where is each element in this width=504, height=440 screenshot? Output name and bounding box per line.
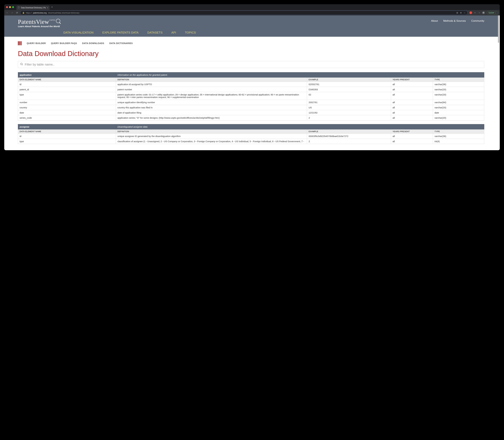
- dictionary-table: applicationInformation on the applicatio…: [18, 72, 484, 121]
- dictionary-sections: applicationInformation on the applicatio…: [18, 72, 484, 144]
- subnav-bars-icon: [18, 41, 22, 45]
- maximize-window-button[interactable]: [12, 6, 14, 8]
- cell-name: id: [18, 82, 116, 87]
- page-title: Data Download Dictionary: [18, 49, 484, 58]
- col-header-years: YEARS PRESENT: [391, 129, 433, 134]
- new-tab-button[interactable]: +: [51, 6, 53, 9]
- cell-definition: country this application was filed in: [116, 105, 307, 110]
- cell-example: 00003f5c5d92354570b9bae01b3e7272: [307, 134, 391, 139]
- top-nav: About Methods & Sources Community: [431, 18, 484, 22]
- cell-type: varchar(36): [433, 134, 484, 139]
- minimize-window-button[interactable]: [9, 6, 11, 8]
- table-row: idapplication id assigned by USPTO02/002…: [18, 82, 484, 87]
- scrollbar-thumb[interactable]: [498, 15, 499, 43]
- sub-nav: QUERY BUILDER QUERY BUILDER FAQS DATA DO…: [18, 41, 484, 45]
- url-path: /download/data-download-dictionary: [48, 12, 79, 14]
- tab-title: Data Download Dictionary | Pa: [21, 7, 46, 9]
- cell-type: varchar(20): [433, 105, 484, 110]
- page-viewport: PatentsView USPTO Learn About Patents Ar…: [4, 15, 500, 150]
- extension-icon[interactable]: ⟋: [469, 11, 472, 14]
- site-tagline: Learn About Patents Around the World: [18, 25, 60, 28]
- cell-example: 2002761: [307, 100, 391, 105]
- reading-list-icon[interactable]: ≡: [478, 11, 481, 14]
- cell-years: all: [391, 115, 433, 121]
- section-name: application: [18, 72, 116, 78]
- address-bar: ← → ⟳ 🔒 https://patentsview.org/download…: [4, 10, 500, 15]
- cell-years: all: [391, 110, 433, 115]
- nav-topics[interactable]: TOPICS: [185, 31, 196, 34]
- nav-explore[interactable]: EXPLORE PATENTS DATA: [102, 31, 139, 34]
- cell-years: all: [391, 92, 433, 100]
- cell-years: all: [391, 139, 433, 144]
- forward-button[interactable]: →: [11, 11, 14, 14]
- cell-definition: patent application series code: 01-17 = …: [116, 92, 307, 100]
- col-header-name: DATA ELEMENT NAME: [18, 78, 116, 82]
- section-header-row: assigneeDisambiguated assignee data: [18, 124, 484, 129]
- svg-line-1: [22, 65, 23, 65]
- svg-point-0: [21, 63, 22, 65]
- close-tab-icon[interactable]: ×: [47, 7, 48, 9]
- browser-tab[interactable]: Data Download Dictionary | Pa ×: [16, 5, 50, 10]
- back-button[interactable]: ←: [6, 11, 9, 14]
- subnav-query-builder[interactable]: QUERY BUILDER: [27, 42, 46, 44]
- url-input[interactable]: 🔒 https://patentsview.org/download/data-…: [20, 11, 468, 15]
- cell-name: type: [18, 139, 116, 144]
- nav-about[interactable]: About: [431, 19, 438, 22]
- url-right-icons: ⊞ ⊕ ☆: [456, 12, 466, 14]
- cell-type: varchar(64): [433, 100, 484, 105]
- page-content: PatentsView USPTO Learn About Patents Ar…: [4, 15, 498, 150]
- extensions-menu-icon[interactable]: ✦: [474, 11, 477, 14]
- col-header-example: EXAMPLE: [307, 129, 391, 134]
- cell-definition: classification of assignee (1 - Unassign…: [116, 139, 307, 144]
- tab-bar: Data Download Dictionary | Pa × +: [4, 4, 500, 10]
- bookmark-icon[interactable]: ☆: [464, 12, 466, 14]
- loading-spinner-icon: [18, 7, 20, 9]
- filter-input[interactable]: [25, 63, 482, 66]
- col-header-example: EXAMPLE: [307, 78, 391, 82]
- logo-badge: USPTO: [49, 19, 55, 21]
- nav-datasets[interactable]: DATASETS: [148, 31, 163, 34]
- section-name: assignee: [18, 124, 116, 129]
- cell-definition: unique application identifying number: [116, 100, 307, 105]
- table-row: patent_idpatent numberD345393allvarchar(…: [18, 87, 484, 92]
- section-description: Disambiguated assignee data: [116, 124, 484, 129]
- url-domain: patentsview.org: [33, 12, 47, 14]
- table-row: series_codeapplication series; "D" for s…: [18, 115, 484, 121]
- subnav-data-downloads[interactable]: DATA DOWNLOADS: [82, 42, 104, 44]
- translate-icon[interactable]: ⊞: [456, 12, 458, 14]
- cell-example: 12/21/92: [307, 110, 391, 115]
- section-header-row: applicationInformation on the applicatio…: [18, 72, 484, 78]
- close-window-button[interactable]: [6, 6, 8, 8]
- col-header-definition: DEFINITION: [116, 78, 307, 82]
- dictionary-table: assigneeDisambiguated assignee dataDATA …: [18, 124, 484, 144]
- cell-type: varchar(20): [433, 87, 484, 92]
- cell-definition: patent number: [116, 87, 307, 92]
- col-header-name: DATA ELEMENT NAME: [18, 129, 116, 134]
- scrollbar-track[interactable]: [498, 15, 499, 150]
- nav-community[interactable]: Community: [471, 19, 484, 22]
- profile-avatar[interactable]: P: [482, 11, 485, 14]
- cell-name: patent_id: [18, 87, 116, 92]
- cell-example: 02: [307, 92, 391, 100]
- cell-years: all: [391, 105, 433, 110]
- zoom-icon[interactable]: ⊕: [460, 12, 462, 14]
- cell-years: all: [391, 100, 433, 105]
- site-logo[interactable]: PatentsView USPTO Learn About Patents Ar…: [18, 18, 60, 28]
- reload-button[interactable]: ⟳: [15, 11, 18, 14]
- nav-methods[interactable]: Methods & Sources: [443, 19, 466, 22]
- col-header-type: TYPE: [433, 78, 484, 82]
- cell-definition: date of application filing: [116, 110, 307, 115]
- column-header-row: DATA ELEMENT NAMEDEFINITIONEXAMPLEYEARS …: [18, 129, 484, 134]
- subnav-query-faqs[interactable]: QUERY BUILDER FAQS: [51, 42, 77, 44]
- magnifier-icon: [56, 19, 60, 23]
- nav-api[interactable]: API: [171, 31, 176, 34]
- cell-years: all: [391, 82, 433, 87]
- cell-type: varchar(20): [433, 92, 484, 100]
- cell-name: type: [18, 92, 116, 100]
- cell-type: int(4): [433, 139, 484, 144]
- subnav-data-dictionaries[interactable]: DATA DICTIONARIES: [109, 42, 133, 44]
- update-button[interactable]: Update ⋮: [487, 11, 498, 14]
- logo-text: PatentsView USPTO: [18, 18, 60, 25]
- nav-data-viz[interactable]: DATA VISUALIZATION: [63, 31, 94, 34]
- extension-icons: ⟋ ✦ ≡ P: [469, 11, 485, 14]
